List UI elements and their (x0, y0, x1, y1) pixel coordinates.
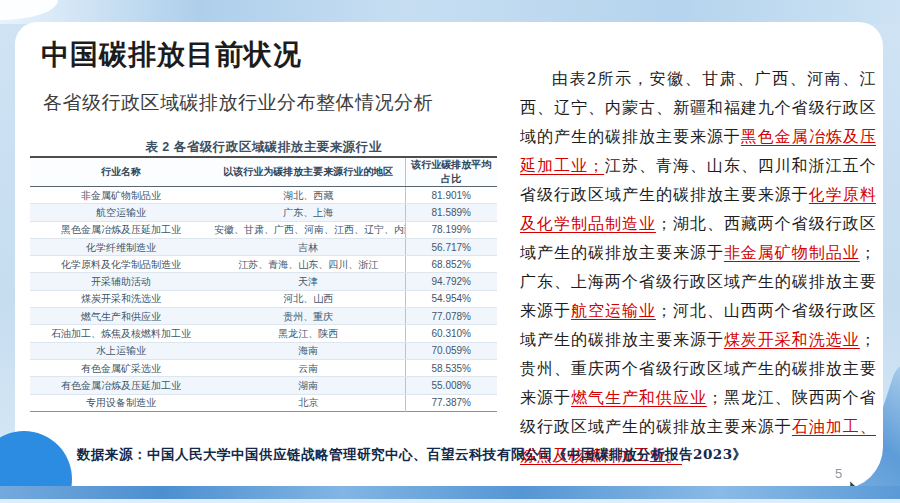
table-cell: 海南 (212, 342, 405, 359)
table-cell: 广东、上海 (212, 204, 405, 221)
page-number: 5 (835, 466, 842, 481)
table-cell: 60.310% (405, 325, 497, 342)
table-row: 非金属矿物制品业湖北、西藏81.901% (30, 187, 497, 204)
emission-source-table: 行业名称 以该行业为碳排放主要来源行业的地区 该行业碳排放平均占比 非金属矿物制… (30, 156, 497, 412)
table-cell: 54.954% (405, 290, 497, 307)
table-cell: 湖南 (212, 377, 405, 394)
highlighted-industry-text: 煤炭开采和洗选业 (724, 331, 860, 348)
table-cell: 专用设备制造业 (30, 394, 212, 411)
table-header-row: 行业名称 以该行业为碳排放主要来源行业的地区 该行业碳排放平均占比 (30, 157, 497, 187)
table-row: 专用设备制造业北京77.387% (30, 394, 497, 411)
content-card: 中国碳排放目前状况 各省级行政区域碳排放行业分布整体情况分析 表 2 各省级行政… (15, 22, 883, 489)
table-cell: 81.589% (405, 204, 497, 221)
table-cell: 云南 (212, 359, 405, 376)
page-subtitle: 各省级行政区域碳排放行业分布整体情况分析 (43, 90, 433, 116)
table-cell: 水上运输业 (30, 342, 212, 359)
table-cell: 94.792% (405, 273, 497, 290)
table-cell: 化学纤维制造业 (30, 238, 212, 255)
table-cell: 有色金属冶炼及压延加工业 (30, 377, 212, 394)
table-cell: 68.852% (405, 256, 497, 273)
table-cell: 煤炭开采和洗选业 (30, 290, 212, 307)
table-caption: 表 2 各省级行政区域碳排放主要来源行业 (30, 139, 497, 156)
table-cell: 55.008% (405, 377, 497, 394)
table-cell: 56.717% (405, 238, 497, 255)
table-cell: 58.535% (405, 359, 497, 376)
table-cell: 天津 (212, 273, 405, 290)
table-cell: 有色金属矿采选业 (30, 359, 212, 376)
table-cell: 81.901% (405, 187, 497, 204)
table-cell: 非金属矿物制品业 (30, 187, 212, 204)
table-cell: 贵州、重庆 (212, 308, 405, 325)
table-cell: 开采辅助活动 (30, 273, 212, 290)
table-cell: 石油加工、炼焦及核燃料加工业 (30, 325, 212, 342)
highlighted-industry-text: 非金属矿物制品业 (724, 244, 860, 261)
data-source-note: 数据来源：中国人民大学中国供应链战略管理研究中心、百望云科技有限公司《中国碳排放… (77, 446, 837, 464)
table-cell: 吉林 (212, 238, 405, 255)
highlighted-industry-text: 燃气生产和供应业 (571, 389, 707, 406)
table-cell: 航空运输业 (30, 204, 212, 221)
analysis-paragraph: 由表2所示，安徽、甘肃、广西、河南、江西、辽宁、内蒙古、新疆和福建九个省级行政区… (520, 64, 876, 470)
table-row: 煤炭开采和洗选业河北、山西54.954% (30, 290, 497, 307)
table-cell: 黑色金属冶炼及压延加工业 (30, 221, 212, 238)
table-cell: 70.059% (405, 342, 497, 359)
table-row: 化学原料及化学制品制造业江苏、青海、山东、四川、浙江68.852% (30, 256, 497, 273)
table-cell: 77.078% (405, 308, 497, 325)
col-header-share: 该行业碳排放平均占比 (405, 157, 497, 187)
table-row: 黑色金属冶炼及压延加工业安徽、甘肃、广西、河南、江西、辽宁、内蒙古、新疆、福建7… (30, 221, 497, 238)
table-row: 燃气生产和供应业贵州、重庆77.078% (30, 308, 497, 325)
table-cell: 江苏、青海、山东、四川、浙江 (212, 256, 405, 273)
table-cell: 湖北、西藏 (212, 187, 405, 204)
col-header-regions: 以该行业为碳排放主要来源行业的地区 (212, 157, 405, 187)
table-cell: 化学原料及化学制品制造业 (30, 256, 212, 273)
table-cell: 77.387% (405, 394, 497, 411)
table-row: 水上运输业海南70.059% (30, 342, 497, 359)
bottom-edge-strip (0, 499, 900, 503)
page-title: 中国碳排放目前状况 (41, 36, 302, 74)
highlighted-industry-text: 航空运输业 (571, 302, 656, 319)
table-cell: 燃气生产和供应业 (30, 308, 212, 325)
table-cell: 78.199% (405, 221, 497, 238)
table-row: 开采辅助活动天津94.792% (30, 273, 497, 290)
table-row: 有色金属矿采选业云南58.535% (30, 359, 497, 376)
table-row: 航空运输业广东、上海81.589% (30, 204, 497, 221)
table-row: 有色金属冶炼及压延加工业湖南55.008% (30, 377, 497, 394)
table-body: 非金属矿物制品业湖北、西藏81.901%航空运输业广东、上海81.589%黑色金… (30, 187, 497, 412)
table-cell: 安徽、甘肃、广西、河南、江西、辽宁、内蒙古、新疆、福建 (212, 221, 405, 238)
table-cell: 黑龙江、陕西 (212, 325, 405, 342)
presentation-slide: 中国碳排放目前状况 各省级行政区域碳排放行业分布整体情况分析 表 2 各省级行政… (0, 0, 900, 503)
bottom-wave-band (0, 486, 900, 500)
col-header-industry: 行业名称 (30, 157, 212, 187)
table-row: 化学纤维制造业吉林56.717% (30, 238, 497, 255)
top-wave-band (0, 0, 900, 24)
table-row: 石油加工、炼焦及核燃料加工业黑龙江、陕西60.310% (30, 325, 497, 342)
table-cell: 河北、山西 (212, 290, 405, 307)
table-cell: 北京 (212, 394, 405, 411)
